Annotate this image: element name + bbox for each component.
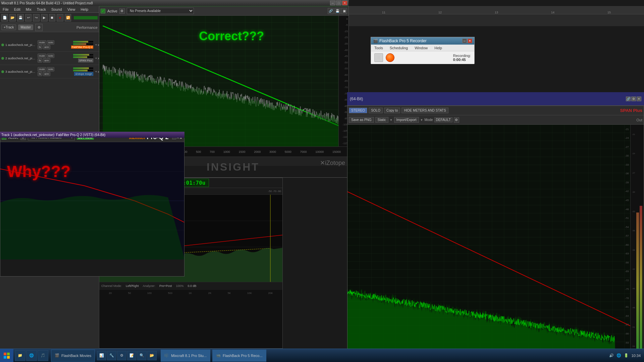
izotope-x-close[interactable]: ✕iZotope bbox=[320, 159, 345, 167]
save-icon[interactable]: 💾 bbox=[334, 8, 340, 14]
undo-btn[interactable]: ↩ bbox=[25, 14, 32, 21]
dropdown-arrow[interactable]: ▼ bbox=[390, 118, 393, 122]
copy-to-button[interactable]: Copy to bbox=[384, 108, 400, 113]
media-icon[interactable]: 🎵 bbox=[38, 350, 48, 361]
fb-menu-scheduling[interactable]: Scheduling bbox=[388, 45, 409, 51]
maximize-button[interactable]: □ bbox=[336, 1, 341, 5]
hide-meters-button[interactable]: HIDE METERS AND STATS bbox=[401, 108, 448, 113]
save-png-button[interactable]: Save as PNG bbox=[349, 117, 374, 123]
fb-pause-button[interactable]: ⏸ bbox=[374, 53, 383, 62]
channel-mode-label: Channel Mode: bbox=[101, 284, 122, 288]
stereo-button[interactable]: STEREO bbox=[349, 108, 367, 113]
menu-sound[interactable]: Sound bbox=[50, 7, 63, 12]
span-64bit-bar: (64-Bit) 🔗 ⚙ ✕ bbox=[347, 92, 644, 106]
arm-button[interactable]: arm bbox=[43, 72, 50, 76]
plugin-label-span[interactable]: SPAN Plus bbox=[78, 59, 93, 62]
master-button[interactable]: Master bbox=[18, 24, 33, 30]
plugin-label-fabfilter[interactable]: FabFilter Pro-Q 2 bbox=[71, 46, 93, 49]
redo-btn[interactable]: ↪ bbox=[33, 14, 40, 21]
fb-menu-help[interactable]: Help bbox=[433, 45, 443, 51]
flashback-title-bar: 🎬 FlashBack Pro 5 Recorder ─ ✕ bbox=[371, 37, 474, 45]
span-brand-inline: SPAN Plus bbox=[620, 108, 642, 113]
flashback-rec-label: FlashBack Pro 5 Reco... bbox=[223, 354, 263, 358]
window-icon[interactable]: ▣ bbox=[341, 8, 347, 14]
system-tray: 🔊 🌐 🔋 10:34 bbox=[606, 353, 644, 358]
file-explorer-icon[interactable]: 📁 bbox=[15, 350, 25, 361]
menu-help[interactable]: Help bbox=[79, 7, 90, 12]
browser-icon[interactable]: 🌐 bbox=[26, 350, 37, 361]
plugin-label-izotope[interactable]: iZotope Insigh bbox=[74, 72, 93, 76]
link-icon[interactable]: 🔗 bbox=[328, 8, 334, 14]
import-dropdown-arrow[interactable]: ▼ bbox=[420, 118, 423, 122]
play-btn[interactable]: ▶ bbox=[41, 14, 48, 21]
svg-rect-11 bbox=[7, 356, 10, 359]
app-icon-5[interactable]: 🔍 bbox=[137, 351, 147, 360]
span-main-display: Why??? -21 -24 -27 -30 -33 -36 -39 -42 -… bbox=[347, 125, 644, 356]
taskbar-flashback-movies[interactable]: 🎬 FlashBack Movies bbox=[51, 350, 95, 362]
level-value: 0.0 dB bbox=[187, 284, 196, 288]
solo-button[interactable]: solo bbox=[47, 40, 55, 45]
mixcraft-title-bar: Mixcraft 8.1 Pro Studio 64-Bit Build 413… bbox=[0, 0, 349, 6]
taskbar-mixcraft[interactable]: 🎼 Mixcraft 8.1 Pro Stu... bbox=[161, 350, 210, 362]
record-btn[interactable]: ● bbox=[57, 14, 63, 21]
taskbar-flashback-recorder[interactable]: 📹 FlashBack Pro 5 Reco... bbox=[212, 350, 266, 362]
fx-button[interactable]: fx bbox=[38, 72, 42, 76]
track-active-indicator bbox=[1, 70, 4, 73]
span-close-btn[interactable]: ✕ bbox=[637, 97, 641, 101]
loop-btn[interactable]: 🔁 bbox=[65, 14, 71, 21]
fx-button[interactable]: fx bbox=[38, 45, 42, 49]
app-icon-2[interactable]: 🔧 bbox=[107, 351, 116, 360]
fb-menu-window[interactable]: Window bbox=[413, 45, 429, 51]
solo-button-span[interactable]: SOLO bbox=[369, 108, 383, 113]
static-button[interactable]: Static bbox=[375, 117, 388, 123]
fb-menu-tools[interactable]: Tools bbox=[373, 45, 384, 51]
mute-button[interactable]: mute bbox=[38, 67, 46, 71]
svg-rect-9 bbox=[7, 353, 10, 355]
add-track-button[interactable]: +Track bbox=[1, 24, 16, 30]
menu-mix[interactable]: Mix bbox=[24, 7, 33, 12]
menu-file[interactable]: File bbox=[1, 7, 10, 12]
flashback-title-icon: 🎬 bbox=[373, 39, 378, 43]
import-export-button[interactable]: Import/Export bbox=[394, 117, 419, 123]
span-toolbar1: STEREO SOLO Copy to HIDE METERS AND STAT… bbox=[347, 106, 644, 115]
eq-curve-svg bbox=[0, 142, 184, 259]
app-icon-6[interactable]: 📂 bbox=[147, 351, 157, 360]
other-icons: 📊 🔧 ⚙ 📝 🔍 📂 bbox=[97, 351, 157, 360]
app-icon-4[interactable]: 📝 bbox=[127, 351, 137, 360]
solo-button[interactable]: solo bbox=[47, 67, 55, 71]
fb-record-button[interactable] bbox=[386, 53, 394, 62]
menu-edit[interactable]: Edit bbox=[13, 7, 22, 12]
save-btn[interactable]: 💾 bbox=[17, 14, 24, 21]
app-icon-3[interactable]: ⚙ bbox=[117, 351, 126, 360]
mute-button[interactable]: mute bbox=[38, 54, 46, 58]
open-btn[interactable]: 📂 bbox=[9, 14, 16, 21]
fb-minimize[interactable]: ─ bbox=[462, 39, 467, 43]
menu-track[interactable]: Track bbox=[36, 7, 47, 12]
mute-button[interactable]: mute bbox=[38, 40, 46, 45]
arm-button[interactable]: arm bbox=[43, 45, 50, 49]
span-gear-icon[interactable]: ⚙ bbox=[454, 117, 459, 123]
span-toolbar-icon2[interactable]: ⚙ bbox=[631, 97, 636, 101]
solo-button[interactable]: solo bbox=[47, 54, 55, 58]
settings-gear-icon[interactable]: ⚙ bbox=[119, 8, 125, 14]
track-name: 1 audiocheck.net_pink... bbox=[5, 43, 36, 47]
start-button[interactable] bbox=[0, 349, 13, 362]
performance-label: Performance bbox=[76, 25, 98, 29]
close-button[interactable]: ✕ bbox=[342, 1, 347, 5]
new-btn[interactable]: 📄 bbox=[1, 14, 8, 21]
arm-button[interactable]: arm bbox=[43, 58, 50, 63]
meter-scale-label2: -50 -70 -90 bbox=[268, 190, 281, 193]
minimize-button[interactable]: ─ bbox=[330, 1, 335, 5]
span-toolbar-icon1[interactable]: 🔗 bbox=[626, 97, 631, 101]
app-icon-1[interactable]: 📊 bbox=[97, 351, 106, 360]
menu-view[interactable]: View bbox=[66, 7, 77, 12]
fx-button[interactable]: fx bbox=[38, 58, 42, 63]
taskbar: 📁 🌐 🎵 🎬 FlashBack Movies 📊 🔧 ⚙ 📝 🔍 📂 🎼 M… bbox=[0, 349, 644, 362]
preset-dropdown[interactable]: No Presets Available bbox=[127, 8, 194, 14]
track-settings-icon[interactable]: ⚙ bbox=[35, 24, 43, 31]
fb-close[interactable]: ✕ bbox=[468, 39, 472, 43]
stop-btn[interactable]: ⏹ bbox=[49, 14, 56, 21]
active-checkbox[interactable]: ✓ bbox=[101, 9, 105, 13]
span-toolbar2: Save as PNG Static ▼ Import/Export ▼ Mod… bbox=[347, 115, 644, 125]
out-label: Out bbox=[636, 118, 642, 122]
